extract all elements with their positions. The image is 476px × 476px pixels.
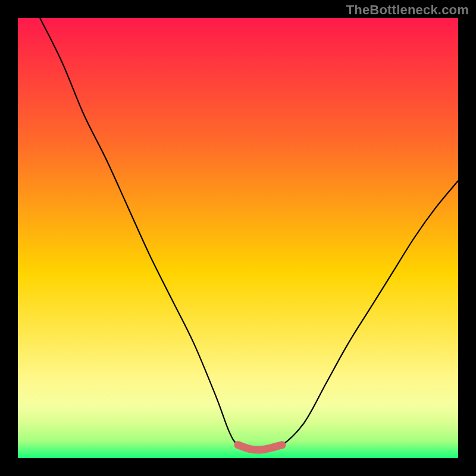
- watermark-text: TheBottleneck.com: [346, 2, 469, 18]
- outer-frame: TheBottleneck.com: [0, 0, 476, 476]
- plot-area: [18, 18, 458, 458]
- chart-svg: [18, 18, 458, 458]
- bottleneck-curve: [40, 18, 458, 450]
- optimal-range-marker: [238, 445, 282, 450]
